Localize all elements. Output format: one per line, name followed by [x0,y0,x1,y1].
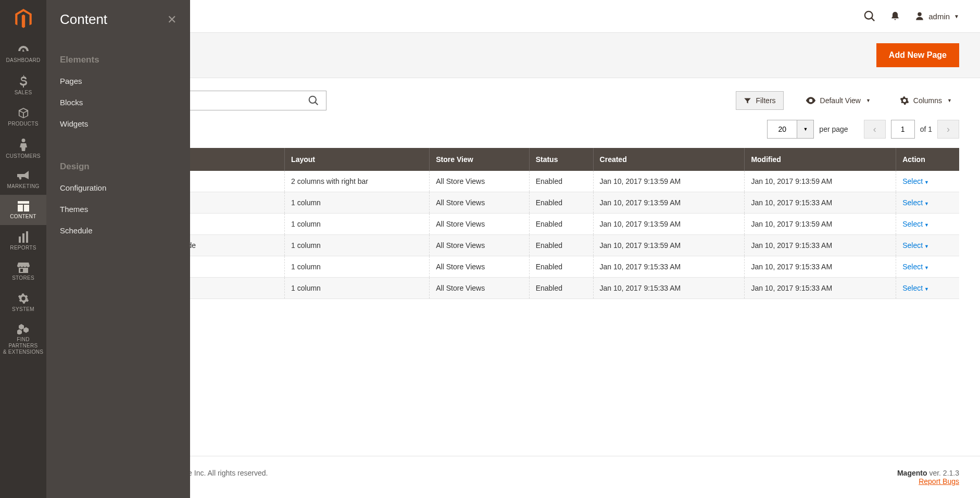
row-action-select[interactable]: Select [902,241,923,250]
default-view-label: Default View [820,96,861,105]
flyout-link-themes[interactable]: Themes [46,198,190,220]
cell-status: Enabled [529,192,593,214]
admin-username: admin [928,12,950,21]
chevron-down-icon: ▼ [947,98,952,103]
nav-label: MARKETING [7,183,39,190]
nav-item-layout[interactable]: CONTENT [0,195,46,225]
prev-page-button[interactable]: ‹ [864,120,886,139]
table-row[interactable]: enable-cookies1 columnAll Store ViewsEna… [67,214,959,235]
user-icon [915,11,924,21]
layout-icon [18,201,29,211]
gear-icon [18,293,29,304]
default-view-button[interactable]: Default View ▼ [798,92,878,109]
page-number-input[interactable] [891,120,915,139]
gear-icon [900,96,909,105]
cell-modified: Jan 10, 2017 9:15:33 AM [745,235,896,256]
cell-layout: 1 column [285,235,430,256]
dollar-icon [20,75,27,88]
column-header[interactable]: Store View [430,148,529,171]
flyout-link-schedule[interactable]: Schedule [46,220,190,241]
chevron-down-icon: ▼ [924,265,929,270]
flyout-section-title: Elements [46,42,190,70]
cell-created: Jan 10, 2017 9:15:33 AM [593,256,745,278]
filters-button[interactable]: Filters [736,91,783,110]
magento-logo[interactable] [0,0,46,39]
column-header[interactable]: Status [529,148,593,171]
table-row[interactable]: home1 columnAll Store ViewsEnabledJan 10… [67,192,959,214]
report-bugs-link[interactable]: Report Bugs [919,477,959,485]
row-action-select[interactable]: Select [902,220,923,228]
flyout-link-blocks[interactable]: Blocks [46,92,190,113]
flyout-close-button[interactable]: ✕ [167,13,177,27]
per-page-dropdown[interactable]: ▼ [797,120,813,138]
bell-icon [890,11,900,21]
grid-view-controls: Filters Default View ▼ Columns ▼ [736,91,959,110]
table-row[interactable]: privacy-policy-cookie-restriction-mode1 … [67,235,959,256]
keyword-search-button[interactable] [301,91,326,110]
notifications-button[interactable] [890,11,900,21]
nav-item-gear[interactable]: SYSTEM [0,287,46,318]
column-header[interactable]: Created [593,148,745,171]
table-row[interactable]: customer-service1 columnAll Store ViewsE… [67,278,959,299]
cell-created: Jan 10, 2017 9:13:59 AM [593,192,745,214]
nav-label: SYSTEM [12,306,34,313]
search-icon [308,95,319,106]
nav-item-storefront[interactable]: STORES [0,256,46,287]
cell-layout: 1 column [285,256,430,278]
columns-button[interactable]: Columns ▼ [893,91,959,110]
nav-label: STORES [12,275,34,281]
nav-item-box[interactable]: PRODUCTS [0,101,46,132]
cell-layout: 1 column [285,278,430,299]
cell-store: All Store Views [430,192,529,214]
nav-item-blocks[interactable]: FIND PARTNERS& EXTENSIONS [0,318,46,360]
per-page-value: 20 [768,125,797,133]
nav-label: REPORTS [10,245,36,251]
cell-store: All Store Views [430,278,529,299]
row-action-select[interactable]: Select [902,177,923,185]
cell-created: Jan 10, 2017 9:13:59 AM [593,235,745,256]
column-header[interactable]: Action [896,148,959,171]
chevron-down-icon: ▼ [924,287,929,292]
row-action-select[interactable]: Select [902,198,923,207]
storefront-icon [17,263,30,273]
chevron-down-icon: ▼ [803,127,808,132]
cell-store: All Store Views [430,214,529,235]
bars-icon [18,231,29,243]
cell-store: All Store Views [430,171,529,192]
flyout-link-widgets[interactable]: Widgets [46,113,190,134]
cell-action: Select▼ [896,256,959,278]
table-row[interactable]: about-us1 columnAll Store ViewsEnabledJa… [67,256,959,278]
row-action-select[interactable]: Select [902,263,923,271]
cell-action: Select▼ [896,214,959,235]
row-action-select[interactable]: Select [902,284,923,292]
nav-item-dashboard[interactable]: DASHBOARD [0,39,46,69]
nav-item-dollar[interactable]: SALES [0,69,46,101]
global-search-button[interactable] [864,10,875,22]
next-page-button[interactable]: › [937,120,959,139]
flyout-link-pages[interactable]: Pages [46,70,190,92]
person-icon [20,139,27,151]
chevron-down-icon: ▼ [924,222,929,228]
cell-created: Jan 10, 2017 9:13:59 AM [593,171,745,192]
chevron-down-icon: ▼ [924,201,929,206]
per-page-selector: 20 ▼ [767,120,814,139]
column-header[interactable]: Layout [285,148,430,171]
nav-item-bars[interactable]: REPORTS [0,225,46,256]
version-text: Magento ver. 2.1.3 [897,469,959,477]
search-icon [864,10,875,22]
column-header[interactable]: Modified [745,148,896,171]
box-icon [18,107,29,119]
table-row[interactable]: no-route2 columns with right barAll Stor… [67,171,959,192]
admin-user-menu[interactable]: admin ▼ [915,11,959,21]
cell-created: Jan 10, 2017 9:13:59 AM [593,214,745,235]
cell-status: Enabled [529,278,593,299]
nav-label: CONTENT [10,214,36,220]
flyout-link-configuration[interactable]: Configuration [46,177,190,198]
nav-item-megaphone[interactable]: MARKETING [0,165,46,195]
chevron-down-icon: ▼ [866,98,871,103]
dashboard-icon [17,45,30,55]
nav-item-person[interactable]: CUSTOMERS [0,132,46,165]
cell-action: Select▼ [896,192,959,214]
add-new-page-button[interactable]: Add New Page [876,43,959,67]
nav-label: PRODUCTS [8,121,39,127]
